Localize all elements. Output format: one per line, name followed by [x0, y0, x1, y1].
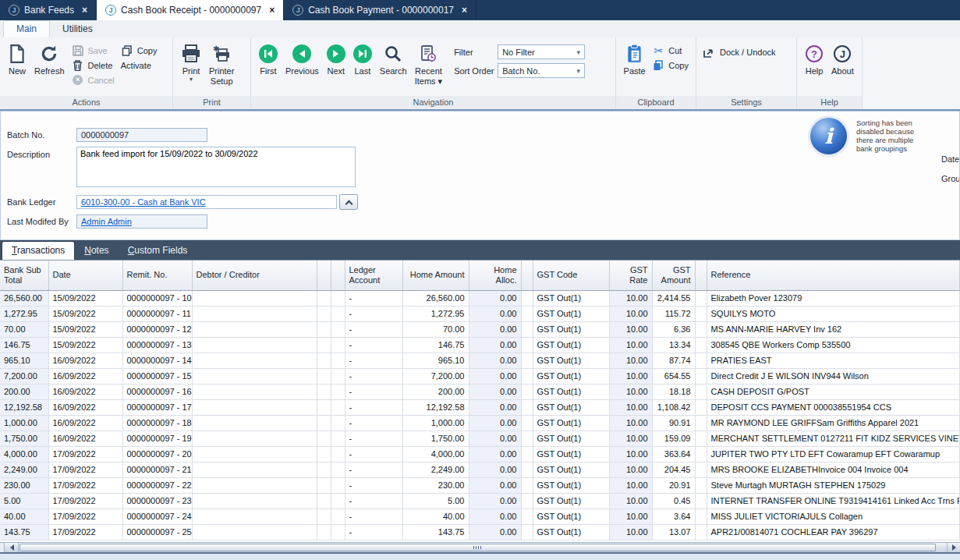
column-header[interactable]: Debtor / Creditor: [192, 261, 317, 290]
table-row[interactable]: 5.0017/09/20220000000097 - 23-5.000.00GS…: [0, 493, 960, 509]
table-cell: MR RAYMOND LEE GRIFFSam Griffiths Appare…: [707, 415, 960, 431]
dock-undock-button[interactable]: Dock / Undock: [703, 46, 776, 58]
table-row[interactable]: 965.1016/09/20220000000097 - 14-965.100.…: [0, 353, 960, 368]
description-field[interactable]: [76, 147, 356, 187]
table-row[interactable]: 4,000.0017/09/20220000000097 - 20-4,000.…: [0, 446, 960, 462]
help-button[interactable]: ? Help: [801, 41, 827, 77]
copy-button[interactable]: Copy: [121, 44, 158, 56]
cut-button[interactable]: ✂ Cut: [652, 44, 689, 56]
column-header[interactable]: GST Code: [533, 261, 609, 290]
last-button[interactable]: Last: [349, 41, 376, 77]
column-header[interactable]: Date: [48, 261, 122, 290]
bank-ledger-link[interactable]: 6010-300-00 - Cash at Bank VIC: [81, 197, 206, 207]
table-cell: [317, 306, 331, 321]
table-cell: [192, 493, 317, 509]
activate-button[interactable]: Activate: [121, 59, 158, 71]
search-button[interactable]: Search: [376, 41, 411, 77]
about-button[interactable]: J About: [827, 41, 858, 77]
table-cell: -: [345, 306, 402, 321]
scrollbar-grip: [473, 546, 482, 549]
column-header[interactable]: Remit. No.: [122, 261, 192, 290]
table-cell: [192, 524, 317, 540]
table-cell: CASH DEPOSIT G/POST: [707, 384, 960, 399]
table-row[interactable]: 7,200.0016/09/20220000000097 - 15-7,200.…: [0, 368, 960, 384]
column-header[interactable]: Home Amount: [402, 261, 469, 290]
bank-ledger-label: Bank Ledger: [7, 197, 55, 207]
tab-transactions[interactable]: Transactions: [2, 241, 75, 260]
column-header[interactable]: Ledger Account: [345, 261, 402, 290]
table-row[interactable]: 146.7515/09/20220000000097 - 13-146.750.…: [0, 337, 960, 353]
table-cell: -: [345, 399, 402, 415]
scrollbar-thumb[interactable]: [19, 544, 936, 551]
table-row[interactable]: 70.0015/09/20220000000097 - 12-70.000.00…: [0, 321, 960, 337]
refresh-icon: [39, 41, 59, 66]
table-row[interactable]: 1,272.9515/09/20220000000097 - 11-1,272.…: [0, 306, 960, 321]
table-row[interactable]: 12,192.5816/09/20220000000097 - 17-12,19…: [0, 399, 960, 415]
table-row[interactable]: 26,560.0015/09/20220000000097 - 10-26,56…: [0, 290, 960, 306]
column-header[interactable]: [521, 261, 533, 290]
column-header[interactable]: GST Rate: [609, 261, 652, 290]
save-button[interactable]: Save: [72, 44, 115, 56]
table-cell: 0.00: [469, 399, 521, 415]
tab-bank-feeds[interactable]: J Bank Feeds ×: [0, 0, 97, 20]
last-modified-link[interactable]: Admin Admin: [81, 217, 132, 226]
horizontal-scrollbar[interactable]: [0, 542, 960, 552]
tab-label: Bank Feeds: [24, 5, 74, 16]
table-cell: 0.00: [469, 477, 521, 493]
column-header[interactable]: Reference: [707, 261, 960, 290]
table-cell: GST Out(1): [533, 431, 609, 446]
table-cell: [695, 462, 707, 477]
table-row[interactable]: 40.0017/09/20220000000097 - 24-40.000.00…: [0, 509, 960, 524]
table-cell: [317, 290, 331, 306]
column-header[interactable]: [317, 261, 331, 290]
sort-order-select[interactable]: Batch No. ▾: [498, 63, 585, 78]
column-header[interactable]: Home Alloc.: [469, 261, 521, 290]
ribbon-tab-utilities[interactable]: Utilities: [50, 21, 105, 37]
close-tab-icon[interactable]: ×: [462, 5, 467, 16]
table-cell: [331, 306, 345, 321]
tab-custom-fields[interactable]: Custom Fields: [119, 242, 197, 260]
table-row[interactable]: 143.7517/09/20220000000097 - 25-143.750.…: [0, 524, 960, 540]
print-button[interactable]: Print ▾: [177, 41, 205, 83]
paste-button[interactable]: Paste: [620, 41, 649, 77]
tab-cash-book-receipt[interactable]: J Cash Book Receipt - 0000000097 ×: [97, 0, 284, 20]
close-tab-icon[interactable]: ×: [82, 5, 87, 16]
previous-button[interactable]: Previous: [282, 41, 323, 77]
ribbon-tab-main[interactable]: Main: [3, 20, 50, 37]
tab-cash-book-payment[interactable]: J Cash Book Payment - 0000000017 ×: [284, 0, 476, 20]
table-cell: [695, 524, 707, 540]
delete-button[interactable]: Delete: [72, 59, 115, 71]
new-document-icon: [8, 41, 27, 66]
filter-select[interactable]: No Filter ▾: [498, 44, 585, 59]
refresh-button[interactable]: Refresh: [30, 41, 69, 77]
column-header[interactable]: [695, 261, 707, 290]
table-row[interactable]: 2,249.0017/09/20220000000097 - 21-2,249.…: [0, 462, 960, 477]
close-tab-icon[interactable]: ×: [269, 5, 275, 16]
table-row[interactable]: 230.0017/09/20220000000097 - 22-230.000.…: [0, 477, 960, 493]
collapse-header-button[interactable]: [339, 194, 358, 210]
table-cell: [317, 415, 331, 431]
recent-items-button[interactable]: Recent Items ▾: [411, 41, 446, 87]
tab-notes[interactable]: Notes: [75, 242, 118, 260]
new-button[interactable]: New: [4, 41, 30, 77]
first-button[interactable]: First: [255, 41, 282, 77]
column-header[interactable]: [331, 261, 345, 290]
printer-setup-button[interactable]: ✱ Printer Setup: [205, 41, 238, 87]
copy-clipboard-button[interactable]: Copy: [652, 59, 689, 71]
column-header[interactable]: GST Amount: [652, 261, 695, 290]
table-cell: GST Out(1): [533, 353, 609, 368]
table-row[interactable]: 200.0016/09/20220000000097 - 16-200.000.…: [0, 384, 960, 399]
table-cell: 17/09/2022: [48, 446, 122, 462]
ribbon-spacer: [863, 37, 960, 109]
column-header[interactable]: Bank Sub Total: [0, 261, 48, 290]
bank-ledger-field[interactable]: 6010-300-00 - Cash at Bank VIC: [76, 195, 337, 209]
batch-no-field[interactable]: 0000000097: [76, 128, 207, 142]
next-button[interactable]: Next: [323, 41, 349, 77]
ribbon-group-help: ? Help J About Help: [797, 37, 863, 109]
table-row[interactable]: 1,750.0016/09/20220000000097 - 19-1,750.…: [0, 431, 960, 446]
table-cell: [331, 384, 345, 399]
scroll-right-button[interactable]: [947, 543, 960, 552]
scroll-left-button[interactable]: [5, 543, 19, 552]
table-row[interactable]: 1,000.0016/09/20220000000097 - 18-1,000.…: [0, 415, 960, 431]
cancel-button[interactable]: × Cancel: [72, 74, 115, 86]
